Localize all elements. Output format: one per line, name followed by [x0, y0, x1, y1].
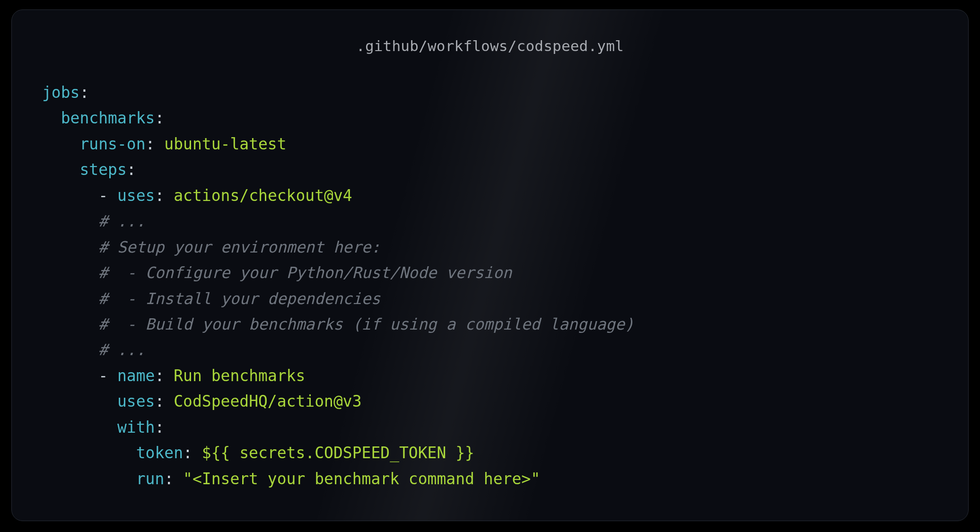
yaml-key: jobs	[42, 83, 79, 102]
yaml-key: uses	[117, 186, 155, 205]
yaml-value: "<Insert your benchmark command here>"	[183, 470, 540, 488]
yaml-value: Run benchmarks	[174, 366, 305, 385]
yaml-key: benchmarks	[61, 109, 155, 127]
code-snippet-card: .github/workflows/codspeed.yml jobs: ben…	[11, 9, 969, 521]
yaml-key: with	[117, 418, 155, 436]
yaml-comment: # - Configure your Python/Rust/Node vers…	[98, 263, 512, 282]
yaml-value: actions/checkout@v4	[174, 186, 352, 205]
yaml-key: name	[117, 366, 155, 385]
yaml-key: token	[136, 444, 183, 462]
yaml-comment: # Setup your environment here:	[98, 238, 380, 256]
yaml-value: ubuntu-latest	[164, 135, 286, 153]
yaml-key: runs-on	[79, 135, 145, 153]
yaml-value: ${{ secrets.CODSPEED_TOKEN }}	[202, 444, 474, 462]
yaml-code-block: jobs: benchmarks: runs-on: ubuntu-latest…	[42, 80, 634, 492]
yaml-key: run	[136, 470, 165, 488]
file-path: .github/workflows/codspeed.yml	[12, 37, 968, 54]
yaml-comment: # - Install your dependencies	[98, 289, 380, 308]
yaml-value: CodSpeedHQ/action@v3	[174, 392, 361, 410]
yaml-comment: # ...	[98, 212, 145, 230]
yaml-comment: # - Build your benchmarks (if using a co…	[98, 315, 634, 333]
yaml-key: uses	[117, 392, 155, 410]
yaml-comment: # ...	[98, 340, 145, 359]
yaml-key: steps	[79, 160, 126, 179]
